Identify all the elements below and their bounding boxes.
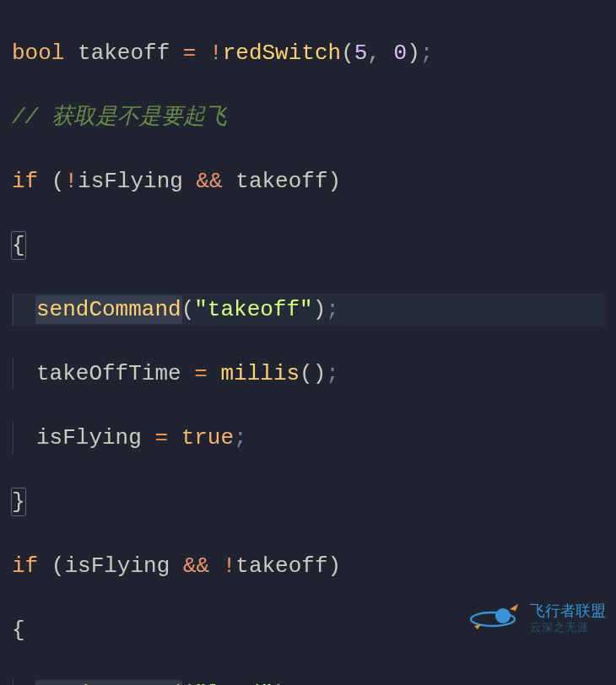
semicolon: ; — [234, 425, 247, 450]
occurrence-highlight: sendCommand — [36, 294, 181, 326]
var-takeofftime: takeOffTime — [36, 361, 181, 386]
var-isflying: isFlying — [78, 169, 183, 194]
op-assign: = — [154, 425, 168, 450]
paren-close: ) — [313, 361, 327, 386]
semicolon: ; — [286, 682, 300, 685]
indent-guide — [13, 678, 36, 685]
op-not: ! — [209, 40, 223, 66]
code-line: bool takeoff = !redSwitch(5, 0); — [12, 37, 604, 69]
comment: // 获取是不是要起飞 — [12, 105, 227, 130]
indent-guide — [13, 294, 36, 326]
keyword-if: if — [12, 553, 38, 579]
paren-open: ( — [181, 297, 195, 322]
op-and: && — [183, 553, 209, 579]
op-assign: = — [183, 40, 197, 66]
semicolon: ; — [326, 297, 339, 322]
code-line: sendCommand("land"); — [12, 678, 604, 685]
indent-guide — [13, 358, 36, 390]
string-takeoff: "takeoff" — [194, 297, 312, 322]
fn-sendcommand: sendCommand — [36, 682, 181, 685]
paren-open: ( — [300, 361, 313, 386]
op-and: && — [196, 169, 222, 194]
fn-millis: millis — [220, 361, 300, 386]
brace-close-highlighted: } — [12, 486, 25, 518]
op-assign: = — [194, 361, 208, 386]
code-line-highlighted: sendCommand("takeoff"); — [12, 294, 604, 326]
keyword-true: true — [181, 425, 234, 450]
semicolon: ; — [420, 40, 434, 66]
paren-close: ) — [328, 169, 342, 194]
brace-open: { — [12, 618, 25, 643]
op-not: ! — [64, 169, 78, 194]
occurrence-highlight: sendCommand — [36, 678, 181, 685]
code-line: { — [12, 614, 604, 646]
var-takeoff: takeoff — [235, 553, 327, 579]
fn-redswitch: redSwitch — [223, 40, 341, 66]
var-takeoff: takeoff — [235, 169, 327, 194]
indent-guide — [13, 422, 36, 454]
paren-close: ) — [313, 297, 327, 322]
keyword-bool: bool — [12, 40, 64, 66]
paren-close: ) — [273, 682, 287, 685]
paren-open: ( — [51, 169, 65, 194]
brace-open-highlighted: { — [12, 229, 25, 262]
code-line: isFlying = true; — [12, 422, 604, 454]
var-isflying: isFlying — [64, 553, 170, 579]
comma: , — [367, 40, 381, 66]
code-line: if (!isFlying && takeoff) — [12, 165, 604, 197]
paren-close: ) — [407, 40, 420, 66]
code-line: { — [12, 229, 604, 262]
var-takeoff: takeoff — [78, 40, 170, 66]
code-editor: bool takeoff = !redSwitch(5, 0); // 获取是不… — [0, 0, 616, 685]
code-line: // 获取是不是要起飞 — [12, 101, 604, 133]
fn-sendcommand: sendCommand — [36, 297, 181, 322]
semicolon: ; — [326, 361, 339, 386]
op-not: ! — [223, 553, 236, 579]
keyword-if: if — [12, 169, 38, 194]
code-line: if (isFlying && !takeoff) — [12, 550, 604, 582]
paren-close: ) — [328, 553, 342, 579]
paren-open: ( — [341, 40, 354, 66]
code-line: takeOffTime = millis(); — [12, 358, 604, 390]
code-line: } — [12, 486, 604, 518]
string-land: "land" — [194, 682, 273, 685]
num-0: 0 — [394, 40, 408, 66]
num-5: 5 — [354, 40, 368, 66]
var-isflying: isFlying — [36, 425, 142, 450]
paren-open: ( — [181, 682, 195, 685]
paren-open: ( — [51, 553, 65, 579]
